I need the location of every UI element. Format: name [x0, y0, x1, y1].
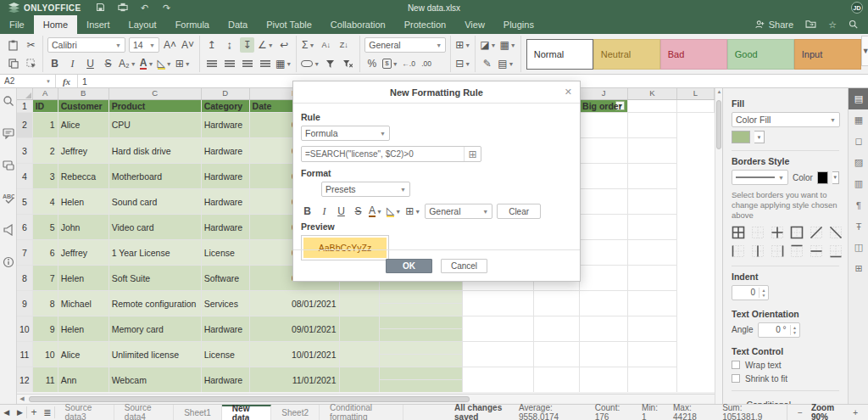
- sheet-tab-sheet1[interactable]: Sheet1: [174, 405, 222, 420]
- sort-ascending-button[interactable]: A↓: [319, 37, 333, 53]
- border-all-button[interactable]: [732, 226, 745, 240]
- cell-I11[interactable]: [463, 342, 534, 367]
- dialog-underline-button[interactable]: U: [335, 204, 348, 219]
- col-header-C[interactable]: C: [108, 88, 201, 99]
- image-settings-icon[interactable]: ▨: [849, 152, 868, 173]
- formula-input[interactable]: 1: [78, 76, 87, 87]
- cell-K12[interactable]: [580, 367, 628, 393]
- about-icon[interactable]: [0, 253, 17, 272]
- tab-home[interactable]: Home: [34, 15, 77, 34]
- align-center-button[interactable]: [222, 56, 236, 71]
- decrease-decimal-button[interactable]: ←.0: [402, 56, 416, 71]
- fill-type-select[interactable]: Color Fill▼: [732, 112, 840, 127]
- dialog-borders-button[interactable]: ⊞▼: [405, 204, 420, 219]
- vscroll-thumb[interactable]: [716, 100, 721, 149]
- cell-F11[interactable]: [339, 342, 380, 367]
- cell-A12[interactable]: 11: [32, 367, 58, 393]
- subscript-button[interactable]: A₂▼: [119, 56, 136, 71]
- strikethrough-button[interactable]: S: [101, 56, 115, 71]
- avatar[interactable]: JD: [851, 2, 863, 14]
- cell-C9[interactable]: Remote configuration: [108, 291, 201, 316]
- border-left-button[interactable]: [732, 244, 745, 259]
- cell-C5[interactable]: Sound card: [108, 189, 201, 215]
- cell-D12[interactable]: Hardware: [201, 367, 249, 393]
- cell-style-bad[interactable]: Bad: [660, 39, 727, 70]
- row-header-9[interactable]: 9: [17, 291, 32, 316]
- cell-K10[interactable]: [580, 316, 628, 342]
- cell-L11[interactable]: [628, 342, 677, 367]
- cell-K3[interactable]: [580, 138, 628, 164]
- underline-button[interactable]: U: [83, 56, 97, 71]
- sheet-tab-sheet2[interactable]: Sheet2: [271, 405, 320, 420]
- border-color-dropdown-icon[interactable]: ▼: [832, 171, 839, 184]
- cell-L7[interactable]: [628, 240, 677, 266]
- border-right-button[interactable]: [771, 244, 784, 259]
- align-right-button[interactable]: [240, 56, 254, 71]
- cell-style-input[interactable]: Input: [794, 39, 861, 70]
- cell-D2[interactable]: Hardware: [201, 112, 249, 138]
- conditional-formatting-button[interactable]: Conditional formatting ▼: [732, 400, 839, 404]
- cell-B8[interactable]: Helen: [58, 266, 108, 291]
- zoom-in-button[interactable]: +: [853, 408, 858, 417]
- cell-G9[interactable]: [380, 291, 462, 304]
- row-header-1[interactable]: 1: [17, 99, 32, 112]
- feedback-icon[interactable]: [0, 221, 17, 239]
- cell-L2[interactable]: [628, 112, 677, 138]
- horizontal-scrollbar[interactable]: ◀: [17, 394, 715, 403]
- dialog-bold-button[interactable]: B: [301, 204, 314, 219]
- bold-button[interactable]: B: [47, 56, 62, 71]
- row-header-4[interactable]: 4: [17, 164, 32, 189]
- prev-sheet-icon[interactable]: ◀: [0, 405, 14, 420]
- font-color-button[interactable]: A▼: [140, 56, 154, 71]
- cell-C11[interactable]: Unlimited license: [108, 342, 201, 367]
- cell-K8[interactable]: [580, 266, 628, 291]
- cell-K1[interactable]: [628, 99, 677, 112]
- border-top-button[interactable]: [790, 244, 804, 259]
- sheet-tab-source-data4[interactable]: Source data4: [114, 405, 174, 420]
- cell-A8[interactable]: 7: [32, 266, 58, 291]
- cell-C7[interactable]: 1 Year License: [108, 240, 201, 266]
- select-range-icon[interactable]: ⊞: [464, 147, 481, 161]
- cell-B4[interactable]: Rebecca: [58, 164, 108, 189]
- insert-cells-button[interactable]: ⊞▼: [455, 37, 470, 53]
- cell-K4[interactable]: [580, 164, 628, 189]
- cell-B10[interactable]: Helen: [58, 316, 108, 342]
- cell-K5[interactable]: [580, 189, 628, 215]
- col-header-D[interactable]: D: [201, 88, 249, 99]
- cell-C10[interactable]: Memory card: [108, 316, 201, 342]
- cell-E11[interactable]: 10/01/2021: [249, 342, 339, 367]
- col-header-J[interactable]: J: [580, 88, 628, 99]
- cell-D10[interactable]: Hardware: [201, 316, 249, 342]
- cell-D3[interactable]: Hardware: [201, 138, 249, 164]
- currency-style-button[interactable]: $▼: [382, 56, 398, 71]
- cell-J10[interactable]: [534, 316, 580, 342]
- search-icon[interactable]: [0, 92, 17, 110]
- row-header-6[interactable]: 6: [17, 215, 32, 240]
- cell-E9[interactable]: 08/01/2021: [249, 291, 339, 316]
- cell-L10[interactable]: [628, 316, 677, 342]
- save-icon[interactable]: [90, 3, 112, 14]
- sort-descending-button[interactable]: Z↓: [337, 37, 351, 53]
- shape-settings-icon[interactable]: ◻: [849, 131, 868, 152]
- border-bottom-button[interactable]: [829, 244, 843, 259]
- sheet-tab-conditional-formatting[interactable]: Conditional formatting: [320, 405, 403, 420]
- autosum-button[interactable]: Σ▼: [301, 37, 315, 53]
- cell-F10[interactable]: [339, 316, 380, 342]
- paragraph-settings-icon[interactable]: ¶: [849, 194, 868, 216]
- align-top-button[interactable]: ↥: [204, 37, 219, 53]
- border-center-vertical-button[interactable]: [751, 244, 765, 259]
- clear-button[interactable]: ◪▼: [480, 37, 496, 53]
- scroll-left-icon[interactable]: ◀: [17, 395, 27, 403]
- align-bottom-button[interactable]: ↧: [240, 37, 254, 53]
- next-sheet-icon[interactable]: ▶: [14, 405, 27, 420]
- cell-A10[interactable]: 9: [32, 316, 58, 342]
- cut-button[interactable]: ✂: [24, 37, 38, 53]
- cell-J11[interactable]: [534, 342, 580, 367]
- chat-icon[interactable]: [0, 156, 17, 175]
- autofilter-icon[interactable]: ▼: [615, 101, 625, 110]
- rule-formula-input[interactable]: [302, 149, 464, 159]
- col-header-K[interactable]: K: [628, 88, 677, 99]
- col-header-A[interactable]: A: [32, 88, 58, 99]
- cell-K9[interactable]: [580, 291, 628, 316]
- row-header-12[interactable]: 12: [17, 367, 32, 393]
